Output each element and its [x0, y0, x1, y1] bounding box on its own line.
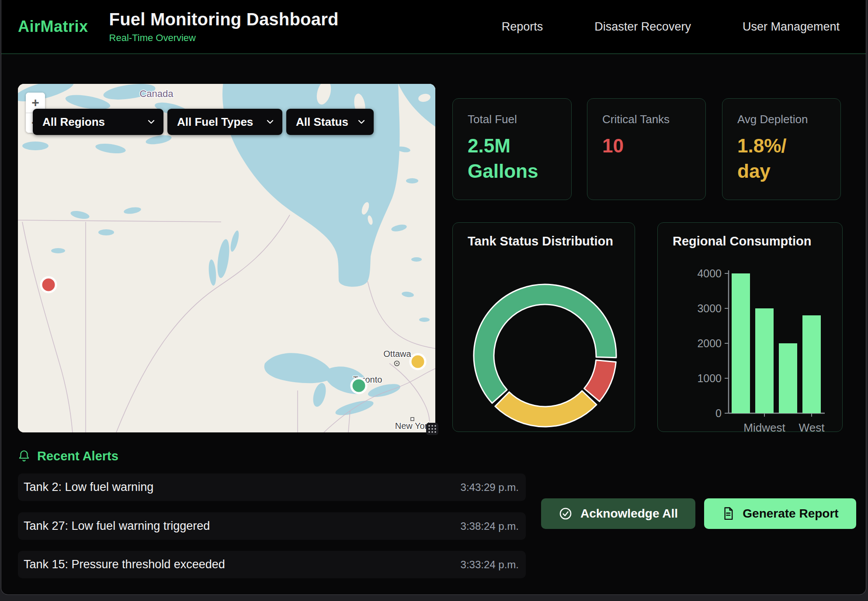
- donut-segment-critical: [584, 360, 616, 401]
- status-filter-dropdown[interactable]: All Status: [286, 109, 374, 135]
- new-york-town-icon: [411, 418, 414, 421]
- bell-icon: [18, 450, 30, 463]
- chevron-down-icon: [148, 120, 155, 124]
- page-title: Fuel Monitoring Dashboard: [109, 10, 339, 29]
- stat-value: 2.5M Gallons: [468, 133, 556, 184]
- title-block: Fuel Monitoring Dashboard Real-Time Over…: [109, 10, 339, 44]
- drag-dots-icon: [427, 424, 437, 434]
- stat-card-critical-tanks: Critical Tanks 10: [587, 98, 706, 200]
- status-filter-value: All Status: [296, 115, 348, 129]
- main-nav: Reports Disaster Recovery User Managemen…: [502, 20, 840, 34]
- alert-row[interactable]: Tank 15: Pressure threshold exceeded 3:3…: [18, 551, 526, 578]
- stat-card-total-fuel: Total Fuel 2.5M Gallons: [452, 98, 572, 200]
- stat-label: Critical Tanks: [602, 113, 691, 126]
- alert-row[interactable]: Tank 2: Low fuel warning 3:43:29 p.m.: [18, 473, 526, 501]
- svg-text:West: West: [799, 421, 825, 432]
- svg-text:Midwest: Midwest: [743, 421, 785, 432]
- bar: [732, 273, 750, 413]
- donut-segment-warning: [495, 391, 597, 427]
- map-canvas[interactable]: Canada Ottawa Toronto New York: [18, 84, 435, 432]
- region-filter-value: All Regions: [42, 115, 105, 129]
- alert-time: 3:38:24 p.m.: [461, 520, 519, 532]
- document-icon: [722, 507, 735, 521]
- ottawa-town-icon-dot: [396, 363, 397, 364]
- header: AirMatrix Fuel Monitoring Dashboard Real…: [1, 0, 866, 54]
- recent-alerts-header: Recent Alerts: [18, 449, 118, 463]
- nav-disaster-recovery[interactable]: Disaster Recovery: [594, 20, 691, 34]
- fuel-type-filter-value: All Fuel Types: [177, 115, 253, 129]
- map-marker-critical[interactable]: [41, 277, 56, 292]
- stat-label: Total Fuel: [468, 113, 556, 126]
- recent-alerts-title: Recent Alerts: [37, 449, 118, 463]
- fuel-type-filter-dropdown[interactable]: All Fuel Types: [167, 109, 282, 135]
- svg-text:2000: 2000: [697, 337, 722, 349]
- map-marker-normal[interactable]: [351, 378, 366, 393]
- alert-text: Tank 2: Low fuel warning: [24, 480, 153, 494]
- svg-text:3000: 3000: [697, 302, 722, 314]
- map-label-ottawa: Ottawa: [383, 349, 411, 359]
- bar: [755, 308, 774, 413]
- stat-label: Avg Depletion: [737, 113, 826, 126]
- generate-report-button[interactable]: Generate Report: [704, 498, 856, 529]
- bar: [802, 315, 821, 413]
- map-panel: Canada Ottawa Toronto New York + − All R…: [18, 84, 435, 432]
- alert-time: 3:33:24 p.m.: [461, 559, 519, 571]
- bar-chart: 01000200030004000MidwestWest: [658, 223, 843, 432]
- acknowledge-all-button[interactable]: Acknowledge All: [541, 498, 695, 529]
- stat-value: 10: [602, 133, 691, 159]
- alert-text: Tank 27: Low fuel warning triggered: [24, 519, 210, 533]
- svg-text:4000: 4000: [697, 267, 722, 280]
- alert-time: 3:43:29 p.m.: [461, 481, 519, 494]
- dashboard-root: AirMatrix Fuel Monitoring Dashboard Real…: [1, 0, 866, 595]
- stat-card-avg-depletion: Avg Depletion 1.8%/ day: [722, 98, 841, 200]
- chevron-down-icon: [358, 120, 365, 124]
- map-label-canada: Canada: [139, 88, 174, 99]
- map-marker-warning[interactable]: [410, 354, 425, 369]
- nav-reports[interactable]: Reports: [502, 20, 543, 34]
- chevron-down-icon: [267, 120, 274, 124]
- svg-text:1000: 1000: [697, 372, 722, 384]
- alert-row[interactable]: Tank 27: Low fuel warning triggered 3:38…: [18, 512, 526, 540]
- regional-consumption-panel: Regional Consumption 01000200030004000Mi…: [657, 222, 843, 432]
- nav-user-management[interactable]: User Management: [743, 20, 840, 34]
- app-logo: AirMatrix: [18, 17, 88, 36]
- donut-chart: [453, 223, 635, 432]
- svg-text:0: 0: [715, 407, 722, 419]
- page-subtitle: Real-Time Overview: [109, 32, 339, 44]
- tank-status-panel: Tank Status Distribution: [452, 222, 635, 432]
- stat-value: 1.8%/ day: [737, 133, 826, 184]
- bar: [779, 343, 797, 413]
- alert-text: Tank 15: Pressure threshold exceeded: [24, 558, 225, 571]
- check-circle-icon: [559, 507, 573, 521]
- region-filter-dropdown[interactable]: All Regions: [33, 109, 163, 135]
- map-resize-handle[interactable]: [426, 423, 438, 435]
